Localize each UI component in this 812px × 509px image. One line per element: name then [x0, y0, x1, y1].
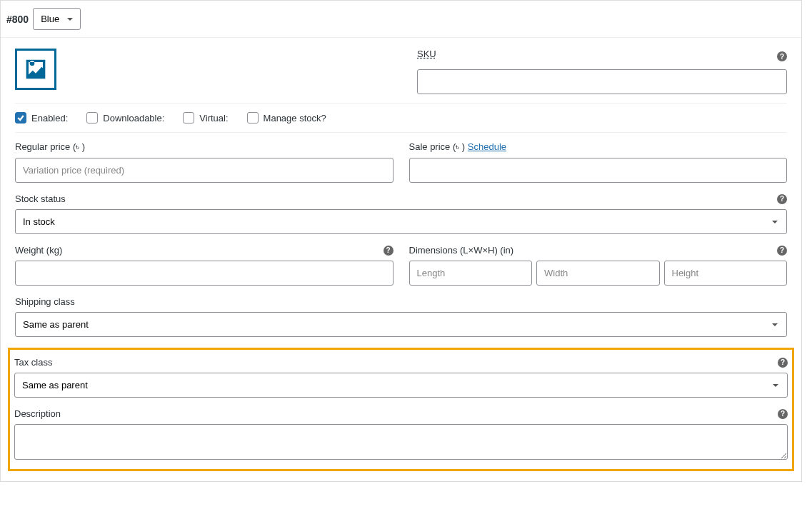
help-icon[interactable]: ?	[777, 246, 787, 256]
attribute-select[interactable]: Blue	[33, 8, 81, 30]
variation-id: #800	[6, 14, 29, 25]
options-row: Enabled: Downloadable: Virtual: Manage s…	[15, 112, 787, 133]
tax-class-label: Tax class	[14, 357, 52, 368]
variation-header: #800 Blue	[1, 1, 801, 38]
highlighted-region: Tax class ? Same as parent Description ?	[8, 348, 794, 471]
help-icon[interactable]: ?	[777, 51, 787, 61]
help-icon[interactable]: ?	[384, 246, 394, 256]
image-icon	[21, 55, 50, 84]
enabled-checkbox[interactable]: Enabled:	[15, 112, 68, 124]
dimensions-label: Dimensions (L×W×H) (in)	[409, 245, 514, 256]
help-icon[interactable]: ?	[778, 358, 788, 368]
shipping-class-select[interactable]: Same as parent	[15, 312, 787, 337]
sku-input[interactable]	[417, 69, 787, 94]
sale-price-label: Sale price (৳ )	[409, 141, 466, 152]
weight-label: Weight (kg)	[15, 245, 62, 256]
check-icon	[16, 114, 25, 122]
manage-stock-checkbox[interactable]: Manage stock?	[247, 112, 326, 124]
virtual-checkbox[interactable]: Virtual:	[183, 112, 228, 124]
variation-image-placeholder[interactable]	[15, 49, 56, 90]
shipping-class-label: Shipping class	[15, 296, 787, 307]
length-input[interactable]	[409, 261, 533, 286]
sku-label: SKU	[417, 49, 436, 59]
regular-price-label: Regular price (৳ )	[15, 141, 394, 153]
regular-price-input[interactable]	[15, 158, 394, 183]
description-label: Description	[14, 408, 61, 419]
tax-class-select[interactable]: Same as parent	[14, 373, 788, 398]
help-icon[interactable]: ?	[778, 409, 788, 419]
weight-input[interactable]	[15, 261, 394, 286]
stock-status-label: Stock status	[15, 193, 66, 204]
downloadable-checkbox[interactable]: Downloadable:	[86, 112, 164, 124]
sale-price-input[interactable]	[409, 158, 788, 183]
stock-status-select[interactable]: In stock	[15, 209, 787, 234]
height-input[interactable]	[664, 261, 788, 286]
help-icon[interactable]: ?	[777, 194, 787, 204]
width-input[interactable]	[536, 261, 660, 286]
description-textarea[interactable]	[14, 424, 788, 460]
schedule-link[interactable]: Schedule	[468, 141, 506, 152]
